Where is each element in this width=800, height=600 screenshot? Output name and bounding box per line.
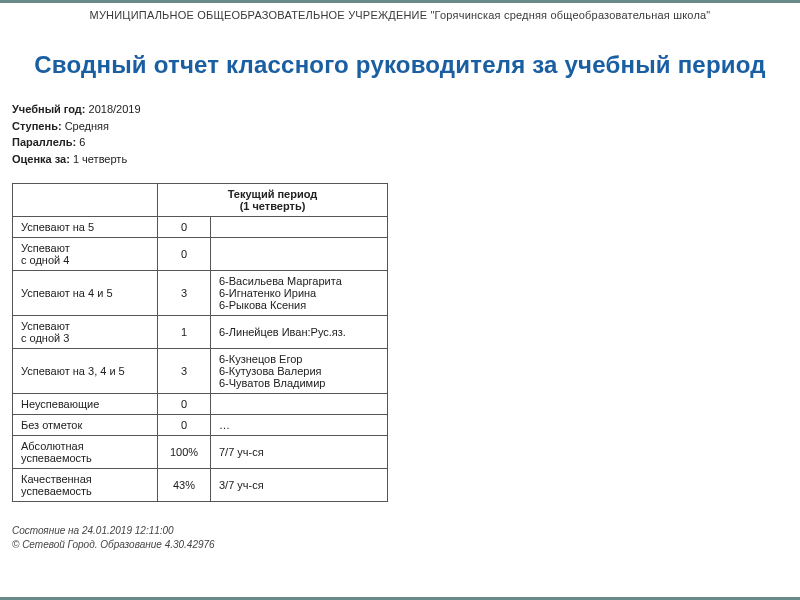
row-label: Успевают на 4 и 5 [13,271,158,316]
footer-timestamp: Состояние на 24.01.2019 12:11:00 [12,524,788,538]
row-label: Успевают на 5 [13,217,158,238]
table-row: Качественная успеваемость43%3/7 уч-ся [13,469,388,502]
organization-name: МУНИЦИПАЛЬНОЕ ОБЩЕОБРАЗОВАТЕЛЬНОЕ УЧРЕЖД… [12,9,788,21]
row-details: 3/7 уч-ся [211,469,388,502]
meta-level-label: Ступень: [12,120,62,132]
row-count: 3 [158,271,211,316]
table-row: Успевают на 50 [13,217,388,238]
row-count: 0 [158,394,211,415]
row-label: Без отметок [13,415,158,436]
period-header-line1: Текущий период [166,188,379,200]
row-count: 1 [158,316,211,349]
row-details: 6-Линейцев Иван:Рус.яз. [211,316,388,349]
row-label: Успеваютс одной 3 [13,316,158,349]
row-label: Успеваютс одной 4 [13,238,158,271]
row-count: 43% [158,469,211,502]
meta-year-label: Учебный год: [12,103,86,115]
table-row: Успеваютс одной 316-Линейцев Иван:Рус.яз… [13,316,388,349]
meta-level: Ступень: Средняя [12,118,788,135]
row-count: 0 [158,238,211,271]
row-details [211,394,388,415]
period-header-line2: (1 четверть) [166,200,379,212]
table-header-empty [13,184,158,217]
report-page: МУНИЦИПАЛЬНОЕ ОБЩЕОБРАЗОВАТЕЛЬНОЕ УЧРЕЖД… [0,0,800,600]
row-label: Абсолютная успеваемость [13,436,158,469]
row-details: 6-Васильева Маргарита6-Игнатенко Ирина6-… [211,271,388,316]
meta-year: Учебный год: 2018/2019 [12,101,788,118]
row-label: Неуспевающие [13,394,158,415]
meta-grade-for: Оценка за: 1 четверть [12,151,788,168]
report-title: Сводный отчет классного руководителя за … [12,51,788,79]
table-body: Успевают на 50Успеваютс одной 40Успевают… [13,217,388,502]
table-header-period: Текущий период (1 четверть) [158,184,388,217]
row-details [211,217,388,238]
table-row: Успеваютс одной 40 [13,238,388,271]
meta-parallel: Параллель: 6 [12,134,788,151]
table-row: Успевают на 3, 4 и 536-Кузнецов Егор6-Ку… [13,349,388,394]
table-row: Успевают на 4 и 536-Васильева Маргарита6… [13,271,388,316]
row-details [211,238,388,271]
row-label: Успевают на 3, 4 и 5 [13,349,158,394]
row-details: 7/7 уч-ся [211,436,388,469]
report-meta: Учебный год: 2018/2019 Ступень: Средняя … [12,101,788,167]
meta-grade-for-value: 1 четверть [73,153,127,165]
row-count: 0 [158,217,211,238]
report-footer: Состояние на 24.01.2019 12:11:00 © Сетев… [12,524,788,552]
row-count: 0 [158,415,211,436]
report-table: Текущий период (1 четверть) Успевают на … [12,183,388,502]
table-row: Неуспевающие0 [13,394,388,415]
meta-level-value: Средняя [65,120,109,132]
meta-parallel-label: Параллель: [12,136,76,148]
meta-parallel-value: 6 [79,136,85,148]
row-details: … [211,415,388,436]
table-row: Без отметок0… [13,415,388,436]
row-count: 3 [158,349,211,394]
meta-year-value: 2018/2019 [89,103,141,115]
row-label: Качественная успеваемость [13,469,158,502]
table-header-row: Текущий период (1 четверть) [13,184,388,217]
footer-copyright: © Сетевой Город. Образование 4.30.42976 [12,538,788,552]
row-details: 6-Кузнецов Егор6-Кутузова Валерия6-Чуват… [211,349,388,394]
table-row: Абсолютная успеваемость100%7/7 уч-ся [13,436,388,469]
meta-grade-for-label: Оценка за: [12,153,70,165]
row-count: 100% [158,436,211,469]
